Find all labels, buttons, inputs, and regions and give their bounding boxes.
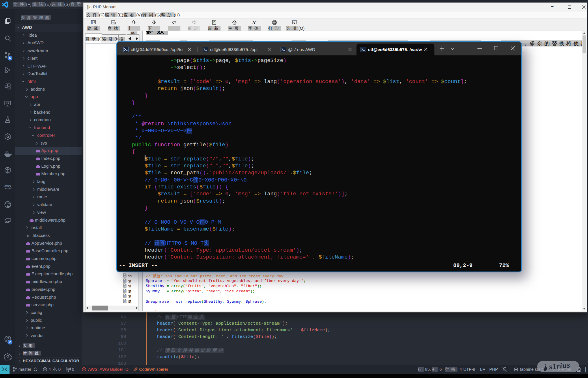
svg-text:aws: aws xyxy=(4,184,11,188)
svg-text:?: ? xyxy=(89,5,90,9)
svg-text:s1rius: s1rius xyxy=(548,361,571,371)
svg-text:A: A xyxy=(252,20,255,25)
